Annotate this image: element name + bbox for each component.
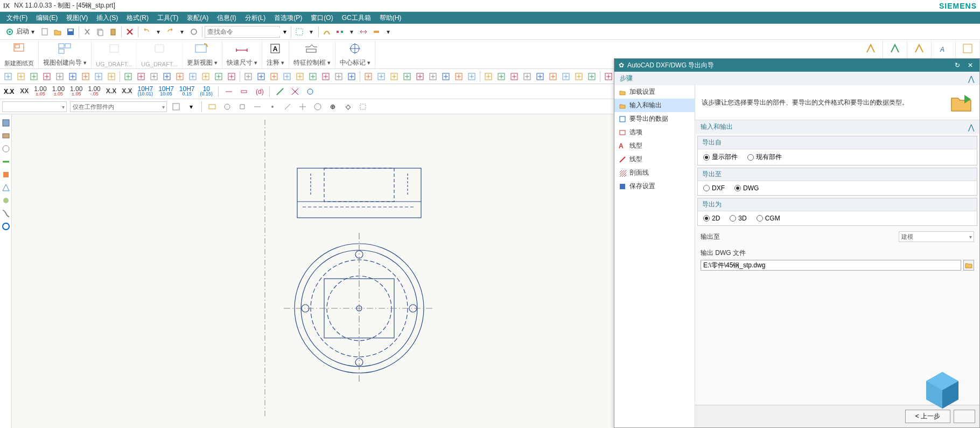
ribbon-new-sheet[interactable]: 新建图纸页 bbox=[0, 40, 39, 68]
ft-2[interactable]: ▾ bbox=[185, 101, 197, 113]
menu-assembly[interactable]: 装配(A) bbox=[183, 12, 213, 24]
tool-e-icon[interactable] bbox=[370, 26, 382, 38]
steps-header[interactable]: 步骤 ⋀ bbox=[614, 72, 979, 85]
nav-save[interactable]: 保存设置 bbox=[614, 180, 695, 193]
redo-dd[interactable]: ▾ bbox=[177, 28, 187, 36]
rb-8[interactable] bbox=[2, 209, 10, 218]
nav-data[interactable]: 要导出的数据 bbox=[614, 112, 695, 126]
tol-8[interactable]: 10H710.05 bbox=[157, 87, 175, 96]
undo-icon[interactable] bbox=[141, 26, 152, 38]
rb-5[interactable] bbox=[2, 170, 10, 179]
radio-3d[interactable]: 3D bbox=[730, 215, 746, 222]
rb-1[interactable] bbox=[2, 119, 10, 127]
tb2-icon-24[interactable] bbox=[320, 71, 332, 82]
ft-8[interactable] bbox=[282, 101, 293, 113]
start-button[interactable]: 启动 ▾ bbox=[2, 27, 38, 36]
wizard-reset-icon[interactable]: ↻ bbox=[953, 61, 962, 69]
tol-6[interactable]: X.X bbox=[121, 89, 133, 94]
menu-edit[interactable]: 编辑(E) bbox=[32, 12, 62, 24]
tb2-icon-42[interactable] bbox=[560, 71, 572, 82]
ribbon-update-view[interactable]: 更新视图 ▾ bbox=[183, 40, 222, 68]
menu-prefs[interactable]: 首选项(P) bbox=[270, 12, 306, 24]
tol-9[interactable]: 10H70.15 bbox=[178, 87, 196, 96]
tb2-icon-15[interactable] bbox=[200, 71, 212, 82]
menu-view[interactable]: 视图(V) bbox=[62, 12, 92, 24]
redo-icon[interactable] bbox=[164, 26, 176, 38]
tb2-icon-19[interactable] bbox=[255, 71, 267, 82]
tb2-icon-11[interactable] bbox=[148, 71, 160, 82]
tb2-icon-14[interactable] bbox=[187, 71, 199, 82]
tb2-icon-35[interactable] bbox=[466, 71, 478, 82]
tb2-icon-41[interactable] bbox=[547, 71, 559, 82]
tol-1[interactable]: 1.00±.05 bbox=[33, 87, 47, 96]
tb2-icon-8[interactable] bbox=[106, 71, 117, 82]
menu-analyze[interactable]: 分析(L) bbox=[241, 12, 270, 24]
tb2-icon-30[interactable] bbox=[401, 71, 413, 82]
cut-icon[interactable] bbox=[81, 26, 93, 38]
rb-9[interactable] bbox=[2, 222, 10, 231]
delete-icon[interactable] bbox=[124, 26, 136, 38]
ft-1[interactable] bbox=[170, 101, 182, 113]
ft-7[interactable] bbox=[267, 101, 278, 113]
undo-dd[interactable]: ▾ bbox=[153, 28, 163, 36]
tb2-icon-16[interactable] bbox=[213, 71, 225, 82]
menu-gctool[interactable]: GC工具箱 bbox=[338, 12, 375, 24]
tb2-icon-43[interactable] bbox=[573, 71, 585, 82]
tb2-icon-12[interactable] bbox=[161, 71, 173, 82]
tb2-icon-5[interactable] bbox=[67, 71, 79, 82]
menu-file[interactable]: 文件(F) bbox=[2, 12, 32, 24]
rb-6[interactable] bbox=[2, 183, 10, 192]
tb2-icon-2[interactable] bbox=[28, 71, 40, 82]
save-icon[interactable] bbox=[65, 26, 76, 38]
ribbon-ugdraft1[interactable]: UG_DRAFT... bbox=[92, 40, 137, 68]
ribbon-annotation[interactable]: A 注释 ▾ bbox=[262, 40, 289, 68]
rb-4[interactable] bbox=[2, 157, 10, 166]
menu-window[interactable]: 窗口(O) bbox=[306, 12, 337, 24]
command-search[interactable] bbox=[205, 26, 280, 38]
tb2-icon-34[interactable] bbox=[453, 71, 465, 82]
ribbon-view-wizard[interactable]: 视图创建向导 ▾ bbox=[39, 40, 92, 68]
tb2-icon-44[interactable] bbox=[586, 71, 598, 82]
ribbon-fcf[interactable]: 特征控制框 ▾ bbox=[289, 40, 335, 68]
tol-7[interactable]: 10H7(10.01) bbox=[136, 87, 154, 96]
tb2-icon-26[interactable] bbox=[346, 71, 358, 82]
tb2-icon-10[interactable] bbox=[135, 71, 147, 82]
tb2-icon-29[interactable] bbox=[388, 71, 400, 82]
tol-nominal-icon[interactable]: X.X bbox=[2, 86, 16, 98]
tool-c-icon[interactable] bbox=[334, 26, 346, 38]
tol-10[interactable]: 10(0.15) bbox=[199, 87, 214, 96]
wizard-close-icon[interactable]: ✕ bbox=[965, 61, 975, 69]
output-file-input[interactable] bbox=[701, 260, 961, 271]
dim-tool-b[interactable] bbox=[238, 86, 250, 98]
copy-icon[interactable] bbox=[94, 26, 106, 38]
radio-dwg[interactable]: DWG bbox=[734, 184, 759, 192]
menu-tools[interactable]: 工具(T) bbox=[153, 12, 183, 24]
open-icon[interactable] bbox=[52, 26, 64, 38]
menu-format[interactable]: 格式(R) bbox=[122, 12, 153, 24]
nav-hatch[interactable]: 剖面线 bbox=[614, 166, 695, 180]
radio-dxf[interactable]: DXF bbox=[703, 184, 725, 192]
tb2-icon-45[interactable] bbox=[603, 71, 614, 82]
radio-2d[interactable]: 2D bbox=[703, 215, 720, 222]
tb2-icon-18[interactable] bbox=[242, 71, 254, 82]
ft-11[interactable]: ⊕ bbox=[327, 101, 339, 113]
tol-4[interactable]: 1.00-.05 bbox=[87, 87, 101, 96]
new-icon[interactable] bbox=[39, 26, 51, 38]
nav-linetype1[interactable]: A线型 bbox=[614, 139, 695, 153]
wizard-titlebar[interactable]: ✿ AutoCAD DXF/DWG 导出向导 ↻ ✕ bbox=[614, 59, 979, 72]
ft-6[interactable] bbox=[251, 101, 263, 113]
work-part-filter[interactable]: 仅在工作部件内 bbox=[70, 101, 167, 112]
radio-display-part[interactable]: 显示部件 bbox=[703, 153, 738, 162]
tb2-icon-3[interactable] bbox=[41, 71, 53, 82]
radio-cgm[interactable]: CGM bbox=[757, 215, 780, 222]
ft-5[interactable] bbox=[236, 101, 248, 113]
menu-insert[interactable]: 插入(S) bbox=[92, 12, 122, 24]
radio-existing-part[interactable]: 现有部件 bbox=[747, 153, 782, 162]
tb2-icon-20[interactable] bbox=[268, 71, 280, 82]
ft-3[interactable] bbox=[206, 101, 218, 113]
tb2-icon-31[interactable] bbox=[414, 71, 426, 82]
tb2-icon-36[interactable] bbox=[482, 71, 494, 82]
tb2-icon-40[interactable] bbox=[534, 71, 546, 82]
tb2-icon-6[interactable] bbox=[80, 71, 92, 82]
tb2-icon-23[interactable] bbox=[307, 71, 319, 82]
